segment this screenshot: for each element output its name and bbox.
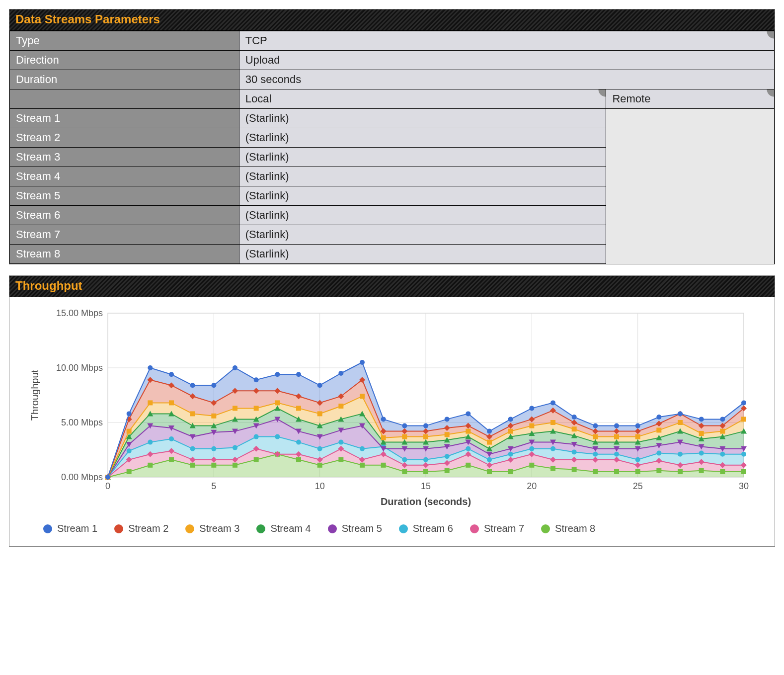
marker-square-icon	[741, 417, 746, 422]
marker-square-icon	[741, 469, 746, 474]
stream-label: Stream 5	[10, 186, 239, 206]
x-tick: 10	[315, 481, 325, 491]
marker-square-icon	[233, 406, 237, 411]
marker-circle-icon	[127, 448, 132, 453]
stream-local: (Starlink)	[239, 148, 606, 167]
marker-circle-icon	[656, 451, 661, 456]
marker-square-icon	[402, 469, 407, 474]
stream-label: Stream 1	[10, 109, 239, 128]
throughput-chart: 0510152025300.00 Mbps5.00 Mbps10.00 Mbps…	[9, 297, 775, 546]
param-value: TCP	[239, 31, 774, 51]
params-title: Data Streams Parameters	[9, 9, 775, 31]
marker-square-icon	[529, 423, 534, 428]
legend-label: Stream 4	[270, 523, 311, 534]
marker-circle-icon	[487, 457, 492, 462]
column-local: Local	[239, 89, 606, 109]
marker-square-icon	[148, 400, 153, 405]
params-panel: Data Streams Parameters TypeTCPDirection…	[9, 9, 775, 264]
marker-square-icon	[572, 467, 577, 472]
marker-square-icon	[381, 435, 386, 440]
marker-circle-icon	[233, 445, 237, 450]
marker-circle-icon	[656, 415, 661, 420]
marker-square-icon	[211, 463, 216, 468]
marker-square-icon	[508, 469, 513, 474]
stream-label: Stream 2	[10, 128, 239, 148]
marker-square-icon	[593, 469, 598, 474]
marker-square-icon	[169, 400, 174, 405]
marker-circle-icon	[614, 423, 619, 428]
marker-circle-icon	[572, 415, 577, 420]
marker-square-icon	[423, 434, 428, 439]
param-value: Upload	[239, 51, 774, 70]
stream-local: (Starlink)	[239, 225, 606, 245]
stream-row: Stream 1(Starlink)	[10, 109, 775, 128]
stream-local: (Starlink)	[239, 245, 606, 264]
marker-square-icon	[190, 411, 195, 416]
legend-dot-icon	[328, 524, 337, 533]
stream-local: (Starlink)	[239, 186, 606, 206]
x-tick: 20	[527, 481, 537, 491]
marker-square-icon	[635, 469, 640, 474]
marker-circle-icon	[211, 383, 216, 388]
marker-square-icon	[529, 463, 534, 468]
marker-square-icon	[550, 466, 555, 471]
marker-circle-icon	[678, 452, 683, 457]
legend-dot-icon	[43, 524, 52, 533]
marker-circle-icon	[741, 400, 746, 405]
legend-dot-icon	[470, 524, 479, 533]
marker-circle-icon	[699, 417, 704, 422]
x-axis-label: Duration (seconds)	[381, 496, 471, 507]
marker-circle-icon	[105, 475, 110, 480]
marker-square-icon	[550, 420, 555, 425]
x-tick: 25	[633, 481, 643, 491]
marker-circle-icon	[550, 446, 555, 451]
params-table: TypeTCPDirectionUploadDuration30 seconds…	[9, 31, 775, 264]
x-tick: 15	[421, 481, 431, 491]
columns-row: LocalRemote	[10, 89, 775, 109]
marker-square-icon	[275, 400, 280, 405]
legend-label: Stream 7	[484, 523, 524, 534]
marker-square-icon	[148, 463, 153, 468]
marker-circle-icon	[190, 383, 195, 388]
marker-square-icon	[466, 429, 470, 434]
marker-square-icon	[296, 457, 301, 462]
marker-circle-icon	[127, 411, 132, 416]
marker-square-icon	[572, 426, 577, 431]
y-tick: 0.00 Mbps	[61, 472, 103, 482]
legend-label: Stream 2	[128, 523, 168, 534]
stream-remote-blank	[606, 109, 775, 264]
marker-circle-icon	[678, 411, 683, 416]
marker-circle-icon	[720, 417, 725, 422]
marker-square-icon	[190, 463, 195, 468]
legend-item: Stream 8	[541, 523, 595, 534]
legend-label: Stream 1	[57, 523, 97, 534]
marker-square-icon	[487, 440, 492, 445]
marker-circle-icon	[487, 429, 492, 434]
marker-square-icon	[656, 468, 661, 473]
marker-circle-icon	[550, 400, 555, 405]
marker-circle-icon	[572, 449, 577, 454]
marker-circle-icon	[529, 446, 534, 451]
marker-square-icon	[678, 469, 683, 474]
throughput-svg: 0510152025300.00 Mbps5.00 Mbps10.00 Mbps…	[23, 303, 759, 512]
marker-square-icon	[127, 469, 132, 474]
legend-dot-icon	[114, 524, 123, 533]
marker-square-icon	[360, 463, 365, 468]
stream-label: Stream 7	[10, 225, 239, 245]
x-tick: 5	[211, 481, 216, 491]
legend-item: Stream 3	[185, 523, 239, 534]
param-label: Direction	[10, 51, 239, 70]
marker-square-icon	[423, 469, 428, 474]
marker-circle-icon	[360, 446, 365, 451]
marker-square-icon	[381, 463, 386, 468]
column-remote: Remote	[606, 89, 775, 109]
marker-square-icon	[338, 457, 343, 462]
marker-circle-icon	[190, 446, 195, 451]
marker-circle-icon	[317, 446, 322, 451]
legend-dot-icon	[541, 524, 550, 533]
marker-square-icon	[656, 427, 661, 432]
param-label: Type	[10, 31, 239, 51]
marker-circle-icon	[254, 377, 259, 382]
marker-square-icon	[169, 457, 174, 462]
marker-circle-icon	[635, 457, 640, 462]
